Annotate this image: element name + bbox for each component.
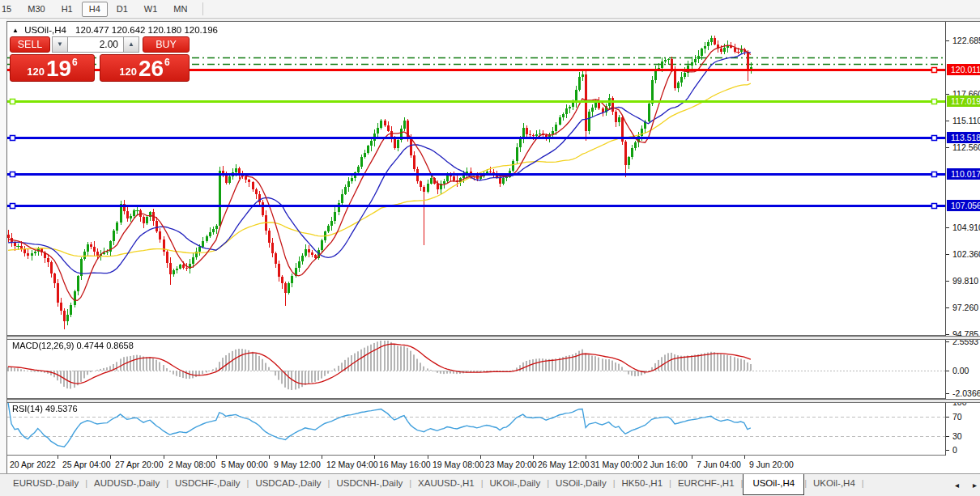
timeframe-button-M30[interactable]: M30 [20, 2, 52, 17]
buy-price-base: 120 [119, 66, 137, 78]
price-level-badge: 117.019 [947, 95, 980, 107]
rsi-axis-tick: 70 [946, 412, 962, 422]
price-axis-tick: 97.260 [946, 303, 978, 313]
time-axis-label: 12 May 04:00 [326, 460, 378, 469]
time-axis-tickmark [164, 456, 164, 459]
macd-indicator-label: MACD(12,26,9) 0.4744 0.8658 [12, 341, 134, 350]
sell-price-display[interactable]: 120 19 6 [10, 54, 95, 82]
time-axis-label: 2 Jun 16:00 [643, 460, 688, 469]
chart-tab-EURCHF-H1[interactable]: EURCHF-,H1 [671, 474, 741, 496]
time-axis-label: 27 Apr 20:00 [115, 460, 164, 469]
time-axis-tickmark [692, 456, 692, 459]
tab-scroll-right-icon[interactable]: ▸ [973, 481, 977, 490]
volume-input[interactable]: 2.00 [68, 36, 123, 53]
time-axis-label: 20 Apr 2022 [10, 460, 56, 469]
chart-tab-USDCHF-Daily[interactable]: USDCHF-,Daily [168, 474, 247, 496]
time-axis-tickmark [533, 456, 534, 459]
time-axis-tickmark [638, 456, 639, 459]
time-axis-tickmark [586, 456, 586, 459]
sell-button[interactable]: SELL [10, 36, 50, 53]
chart-window: ▲ USOil-,H4 120.477 120.642 120.180 120.… [6, 21, 980, 474]
time-axis-tickmark [58, 456, 58, 459]
chart-tab-UKOil-H4[interactable]: UKOil-,H4 [807, 474, 862, 496]
price-axis-tick: 104.910 [946, 223, 980, 233]
price-level-badge: 110.017 [947, 168, 980, 180]
time-axis-label: 31 May 00:00 [590, 460, 642, 469]
sell-price-big: 19 [46, 57, 71, 81]
chart-tab-USDCAD-Daily[interactable]: USDCAD-,Daily [249, 474, 327, 496]
chart-tab-HK50-H1[interactable]: HK50-,H1 [616, 474, 670, 496]
one-click-trade-panel: SELL ▼ 2.00 ▲ BUY 120 19 6 120 26 6 [10, 36, 190, 82]
tab-scroll-left-icon[interactable]: ◂ [955, 481, 959, 490]
time-axis-tickmark [216, 456, 217, 459]
timeframe-toolbar: 15M30H1H4D1W1MN [0, 0, 980, 19]
buy-price-display[interactable]: 120 26 6 [100, 54, 190, 82]
time-axis-tickmark [322, 456, 322, 459]
rsi-pane-separator[interactable] [7, 399, 980, 403]
timeframe-button-D1[interactable]: D1 [109, 2, 135, 17]
buy-price-big: 26 [138, 57, 164, 81]
timeframe-button-15[interactable]: 15 [0, 2, 19, 17]
price-level-badge: 120.011 [947, 64, 980, 75]
time-axis-tickmark [374, 456, 375, 459]
volume-increase-button[interactable]: ▲ [123, 36, 139, 53]
chart-tab-bar: EURUSD-,Daily|AUDUSD-,Daily|USDCHF-,Dail… [0, 473, 980, 496]
macd-axis-tick: 0.00 [946, 366, 969, 376]
buy-price-pip: 6 [164, 57, 170, 68]
time-axis-label: 2 May 08:00 [168, 460, 215, 469]
time-axis-tickmark [428, 456, 428, 459]
timeframe-button-W1[interactable]: W1 [137, 2, 165, 17]
time-axis-tickmark [480, 456, 481, 459]
rsi-axis-tick: 0 [946, 445, 957, 456]
chart-symbol-label: USOil-,H4 [24, 25, 66, 35]
collapse-triangle-icon[interactable]: ▲ [12, 27, 19, 34]
chart-tab-EURUSD-Daily[interactable]: EURUSD-,Daily [6, 474, 85, 496]
buy-button[interactable]: BUY [143, 36, 190, 53]
time-axis-label: 26 May 12:00 [538, 460, 590, 469]
chart-title: ▲ USOil-,H4 120.477 120.642 120.180 120.… [12, 25, 218, 35]
price-level-badge: 107.056 [947, 200, 980, 211]
timeframe-button-H4[interactable]: H4 [82, 2, 108, 17]
chart-ohlc-values: 120.477 120.642 120.180 120.196 [75, 25, 218, 35]
timeframe-button-MN[interactable]: MN [166, 2, 194, 17]
price-axis[interactable]: 122.685117.660115.110112.560104.910102.3… [945, 22, 980, 456]
time-axis-label: 5 May 00:00 [221, 460, 268, 469]
price-axis-tick: 115.110 [946, 116, 980, 126]
time-axis-label: 7 Jun 04:00 [697, 460, 741, 469]
price-axis-tick: 99.810 [946, 276, 978, 286]
price-axis-tick: 122.685 [946, 36, 980, 46]
sell-price-base: 120 [27, 66, 45, 78]
tab-separator: | [862, 474, 864, 496]
time-axis[interactable]: 20 Apr 202225 Apr 04:0027 Apr 20:002 May… [7, 456, 980, 474]
sell-price-pip: 6 [72, 57, 78, 68]
time-axis-label: 19 May 08:00 [432, 460, 484, 469]
rsi-indicator-label: RSI(14) 49.5376 [12, 404, 78, 413]
time-axis-label: 9 May 12:00 [274, 460, 321, 469]
volume-decrease-button[interactable]: ▼ [52, 36, 68, 53]
price-axis-tick: 102.360 [946, 249, 980, 260]
chart-tab-XAUUSD-H1[interactable]: XAUUSD-,H1 [411, 474, 481, 496]
macd-pane-canvas[interactable] [7, 339, 945, 399]
rsi-axis-tick: 30 [946, 431, 962, 442]
time-axis-label: 16 May 16:00 [379, 460, 431, 469]
time-axis-label: 9 Jun 20:00 [749, 460, 794, 469]
time-axis-tickmark [744, 456, 745, 459]
chart-tab-AUDUSD-Daily[interactable]: AUDUSD-,Daily [87, 474, 166, 496]
timeframe-button-H1[interactable]: H1 [54, 2, 80, 17]
chart-tab-USOil-Daily[interactable]: USOil-,Daily [549, 474, 613, 496]
rsi-pane-canvas[interactable] [7, 402, 945, 456]
time-axis-label: 23 May 20:00 [485, 460, 537, 469]
chart-tab-USDCNH-Daily[interactable]: USDCNH-,Daily [330, 474, 409, 496]
toolbar-separator [202, 2, 203, 15]
chart-tab-UKOil-Daily[interactable]: UKOil-,Daily [484, 474, 548, 496]
price-level-badge: 113.518 [947, 132, 980, 143]
macd-pane-separator[interactable] [7, 336, 980, 340]
time-axis-label: 25 Apr 04:00 [62, 460, 111, 469]
price-axis-tick: 112.560 [946, 142, 980, 153]
time-axis-tickmark [110, 456, 111, 459]
workspace-left-margin [0, 18, 6, 496]
time-axis-tickmark [269, 456, 270, 459]
chart-tab-USOil-H4[interactable]: USOil-,H4 [743, 474, 804, 495]
